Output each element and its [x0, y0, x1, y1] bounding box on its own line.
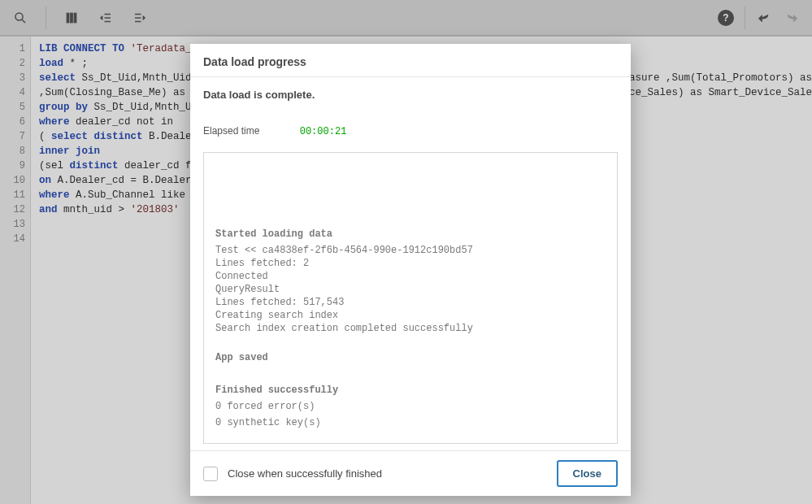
log-line: Lines fetched: 2 — [215, 258, 606, 269]
log-line: 0 synthetic key(s) — [215, 417, 606, 428]
log-line: Creating search index — [215, 310, 606, 321]
close-button[interactable]: Close — [557, 460, 618, 487]
close-when-finished-label: Close when successfully finished — [228, 467, 382, 480]
close-when-finished-checkbox[interactable] — [203, 467, 218, 481]
log-heading: App saved — [215, 352, 606, 363]
log-line: Search index creation completed successf… — [215, 323, 606, 334]
elapsed-label: Elapsed time — [203, 125, 259, 137]
load-status: Data load is complete. — [203, 89, 618, 101]
log-line: Lines fetched: 517,543 — [215, 297, 606, 308]
log-line: Test << ca4838ef-2f6b-4564-990e-1912c190… — [215, 245, 606, 256]
log-line: Connected — [215, 271, 606, 282]
elapsed-time-row: Elapsed time 00:00:21 — [203, 125, 618, 137]
modal-footer: Close when successfully finished Close — [190, 450, 631, 496]
log-output: Started loading data Test << ca4838ef-2f… — [203, 152, 618, 444]
modal-title: Data load progress — [190, 44, 631, 77]
log-heading: Finished successfully — [215, 385, 606, 396]
log-line: 0 forced error(s) — [215, 401, 606, 412]
data-load-progress-modal: Data load progress Data load is complete… — [190, 44, 631, 496]
log-heading: Started loading data — [215, 228, 606, 240]
elapsed-time-value: 00:00:21 — [300, 126, 347, 137]
log-line: QueryResult — [215, 284, 606, 295]
